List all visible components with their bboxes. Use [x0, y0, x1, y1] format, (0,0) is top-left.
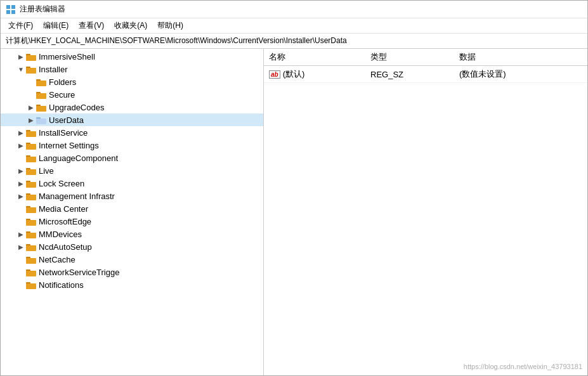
svg-rect-57 [26, 271, 36, 276]
no-arrow [16, 204, 26, 214]
menu-view[interactable]: 查看(V) [74, 19, 109, 32]
svg-rect-15 [36, 93, 46, 98]
expand-arrow[interactable]: ▶ [16, 165, 26, 176]
expand-arrow[interactable]: ▶ [26, 115, 36, 125]
menu-favorites[interactable]: 收藏夹(A) [109, 19, 152, 32]
no-arrow [16, 254, 26, 264]
col-type: 类型 [365, 50, 454, 64]
expand-arrow[interactable]: ▶ [16, 229, 26, 239]
tree-label: LanguageComponent [39, 153, 118, 163]
tree-item-notifications[interactable]: Notifications [1, 278, 263, 291]
menu-edit[interactable]: 编辑(E) [38, 19, 74, 32]
svg-rect-0 [6, 5, 10, 9]
col-name: 名称 [264, 50, 365, 64]
tree-label: Notifications [39, 280, 84, 290]
folder-icon [26, 179, 36, 188]
expand-arrow[interactable]: ▶ [16, 178, 26, 188]
tree-item-lock-screen[interactable]: ▶ Lock Screen [1, 177, 263, 190]
no-arrow [16, 216, 26, 226]
svg-rect-3 [11, 10, 15, 14]
main-content: ▶ ImmersiveShell▼ Installer Folders Secu… [1, 49, 587, 375]
detail-header: 名称 类型 数据 [264, 49, 587, 66]
folder-icon [26, 191, 36, 200]
tree-label: Lock Screen [39, 179, 84, 188]
tree-label: InstallService [39, 128, 88, 138]
svg-rect-9 [26, 68, 36, 73]
svg-rect-30 [26, 157, 36, 162]
svg-rect-1 [11, 5, 15, 9]
ab-icon: ab [269, 70, 280, 79]
tree-item-internet-settings[interactable]: ▶ Internet Settings [1, 139, 263, 152]
svg-rect-2 [6, 10, 10, 14]
expand-arrow[interactable]: ▶ [16, 127, 26, 138]
tree-item-management-infra[interactable]: ▶ Management Infrastr [1, 190, 263, 202]
tree-item-ncd-auto-setup[interactable]: ▶ NcdAutoSetup [1, 240, 263, 253]
tree-panel[interactable]: ▶ ImmersiveShell▼ Installer Folders Secu… [1, 49, 264, 375]
tree-label: Secure [49, 90, 75, 100]
expand-arrow[interactable]: ▶ [16, 140, 26, 150]
svg-rect-21 [36, 119, 46, 124]
no-arrow [26, 77, 36, 87]
svg-rect-18 [36, 106, 46, 111]
tree-item-user-data[interactable]: ▶ UserData [1, 113, 263, 126]
title-bar: 注册表编辑器 [1, 1, 587, 18]
tree-label: NetCache [39, 255, 75, 264]
svg-rect-39 [26, 195, 36, 200]
no-arrow [26, 89, 36, 100]
breadcrumb: 计算机\HKEY_LOCAL_MACHINE\SOFTWARE\Microsof… [1, 34, 587, 49]
tree-label: UpgradeCodes [49, 103, 104, 112]
folder-icon [26, 52, 36, 61]
tree-label: UserData [49, 115, 84, 125]
default-value-label: (默认) [283, 68, 305, 80]
tree-item-mm-devices[interactable]: ▶ MMDevices [1, 228, 263, 240]
tree-item-microsoft-edge[interactable]: MicrosoftEdge [1, 215, 263, 228]
svg-rect-42 [26, 207, 36, 212]
detail-rows: ab(默认) REG_SZ (数值未设置) [264, 66, 587, 83]
svg-rect-6 [26, 55, 36, 60]
folder-icon [26, 153, 36, 162]
svg-rect-51 [26, 245, 36, 250]
tree-label: Media Center [39, 204, 88, 214]
app-icon [6, 4, 16, 15]
tree-label: MicrosoftEdge [39, 217, 91, 226]
menu-help[interactable]: 帮助(H) [152, 19, 188, 32]
tree-label: Internet Settings [39, 141, 99, 150]
svg-rect-54 [26, 258, 36, 263]
tree-item-network-service-trigge[interactable]: NetworkServiceTrigge [1, 266, 263, 278]
tree-item-secure[interactable]: Secure [1, 88, 263, 101]
breadcrumb-text: 计算机\HKEY_LOCAL_MACHINE\SOFTWARE\Microsof… [6, 36, 347, 46]
tree-item-upgrade-codes[interactable]: ▶ UpgradeCodes [1, 101, 263, 113]
folder-icon [36, 77, 46, 86]
folder-icon [26, 204, 36, 213]
col-data: 数据 [454, 50, 587, 64]
no-arrow [16, 153, 26, 163]
tree-label: NcdAutoSetup [39, 242, 92, 252]
cell-name: ab(默认) [264, 67, 365, 81]
expand-arrow[interactable]: ▶ [16, 242, 26, 252]
detail-panel: 名称 类型 数据 ab(默认) REG_SZ (数值未设置) [264, 49, 587, 375]
folder-icon [26, 217, 36, 226]
tree-item-media-center[interactable]: Media Center [1, 202, 263, 215]
tree-item-installer[interactable]: ▼ Installer [1, 63, 263, 75]
tree-label: MMDevices [39, 230, 82, 239]
tree-label: ImmersiveShell [39, 52, 95, 62]
expand-arrow[interactable]: ▶ [26, 102, 36, 112]
tree-item-immersive-shell[interactable]: ▶ ImmersiveShell [1, 50, 263, 63]
menu-file[interactable]: 文件(F) [3, 19, 38, 32]
window-title: 注册表编辑器 [20, 4, 65, 15]
tree-item-live[interactable]: ▶ Live [1, 164, 263, 177]
expand-arrow[interactable]: ▼ [16, 64, 26, 74]
svg-rect-60 [26, 283, 36, 288]
tree-item-install-service[interactable]: ▶ InstallService [1, 126, 263, 139]
expand-arrow[interactable]: ▶ [16, 191, 26, 201]
folder-icon [26, 255, 36, 264]
tree-item-net-cache[interactable]: NetCache [1, 253, 263, 266]
expand-arrow[interactable]: ▶ [16, 51, 26, 62]
detail-row[interactable]: ab(默认) REG_SZ (数值未设置) [264, 66, 587, 83]
tree-item-language-component[interactable]: LanguageComponent [1, 152, 263, 164]
folder-icon [36, 103, 46, 112]
folder-icon [36, 115, 46, 124]
tree-item-folders[interactable]: Folders [1, 75, 263, 88]
cell-data: (数值未设置) [454, 67, 587, 81]
tree-label: Management Infrastr [39, 191, 115, 201]
